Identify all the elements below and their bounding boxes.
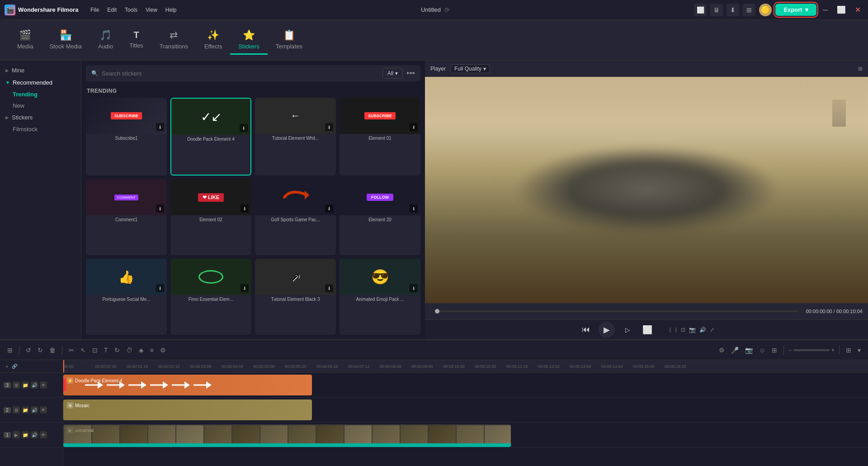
- sticker-comment1[interactable]: COMMENT ⬇ Comment1: [86, 179, 167, 255]
- track-3-icon-1[interactable]: ⊞: [13, 381, 20, 389]
- sticker-subscribe1[interactable]: SUBSCRIBE ⬇ Subscribe1: [86, 98, 167, 176]
- crop-icon[interactable]: ⊡: [681, 327, 685, 333]
- snapshot-icon[interactable]: 📷: [689, 327, 696, 333]
- sticker-fimo[interactable]: ⬇ Fimo Essential Elem...: [170, 259, 251, 335]
- sticker-tutorial-whit[interactable]: ← ⬇ Tutorial Element Whit...: [255, 98, 336, 176]
- timeline-audio-button[interactable]: ≡: [148, 345, 156, 356]
- volume-icon[interactable]: 🔊: [699, 327, 706, 333]
- download-subscribe1-icon[interactable]: ⬇: [156, 123, 164, 131]
- track-2-eye[interactable]: 👁: [40, 406, 47, 414]
- timeline-undo-button[interactable]: ↺: [24, 345, 33, 356]
- sticker-element02[interactable]: ❤ LIKE ⬇ Element 02: [170, 179, 251, 255]
- tab-audio[interactable]: 🎵 Audio: [90, 26, 121, 55]
- timeline-text-button[interactable]: T: [102, 345, 110, 356]
- timeline-face-button[interactable]: ☺: [757, 345, 767, 356]
- add-track-button[interactable]: +: [4, 362, 10, 371]
- sidebar-item-mine[interactable]: ▶ Mine: [0, 64, 81, 76]
- quality-select[interactable]: Full Quality ▾: [450, 64, 490, 73]
- timeline-speed-button[interactable]: ⏱: [124, 345, 134, 356]
- playhead[interactable]: [63, 360, 64, 372]
- download-comment-icon[interactable]: ⬇: [156, 204, 164, 213]
- timeline-select-button[interactable]: ↖: [79, 345, 88, 356]
- restore-button[interactable]: ⬜: [834, 5, 849, 14]
- track-1-eye[interactable]: 👁: [40, 431, 47, 438]
- layout-icon[interactable]: ⊞: [858, 66, 863, 72]
- sticker-doodle-pack-4[interactable]: ✓↙ ⬇ Doodle Pack Element 4: [170, 98, 251, 176]
- download-golf-icon[interactable]: ⬇: [325, 204, 333, 213]
- timeline-cam-button[interactable]: 📷: [743, 345, 755, 356]
- download-doodle-icon[interactable]: ⬇: [240, 124, 248, 132]
- out-point-icon[interactable]: ⟩: [675, 327, 677, 333]
- next-play-button[interactable]: ▷: [620, 323, 635, 337]
- sticker-portuguese[interactable]: 👍 ⬇ Portuguese Social Me...: [86, 259, 167, 335]
- track-2-icon-3[interactable]: 🔊: [31, 406, 38, 414]
- track-1-icon-2[interactable]: 📁: [22, 431, 29, 438]
- sidebar-item-stickers[interactable]: ▶ Stickers: [0, 111, 81, 124]
- clip-mosaic[interactable]: ⊞ Mosaic: [63, 399, 312, 420]
- stop-button[interactable]: ⬜: [640, 323, 655, 337]
- more-options-button[interactable]: •••: [406, 69, 415, 78]
- snap-icon[interactable]: 🔗: [12, 364, 17, 369]
- sidebar-item-filmstock[interactable]: Filmstock: [0, 124, 81, 135]
- download-tutblack-icon[interactable]: ⬇: [325, 284, 333, 292]
- playhead-dot[interactable]: [435, 309, 439, 314]
- sidebar-item-new[interactable]: New: [0, 100, 81, 111]
- clip-doodle-pack[interactable]: ⭐ Doodle Pack Element 4: [63, 375, 312, 395]
- search-input[interactable]: [102, 70, 379, 77]
- topbar-icon-1[interactable]: ⬜: [694, 4, 707, 16]
- timeline-crop-button[interactable]: ⊡: [90, 345, 99, 356]
- sticker-element20[interactable]: FOLLOW ⬇ Element 20: [340, 179, 420, 255]
- menu-file[interactable]: File: [90, 7, 99, 13]
- prev-frame-button[interactable]: ⏮: [579, 323, 593, 337]
- timeline-color-button[interactable]: ◈: [137, 345, 146, 356]
- timeline-delete-button[interactable]: 🗑: [47, 345, 57, 356]
- track-1-icon-1[interactable]: ▶: [13, 431, 20, 438]
- menu-tools[interactable]: Tools: [125, 7, 137, 13]
- download-element01-icon[interactable]: ⬇: [410, 123, 418, 131]
- tab-stock-media[interactable]: 🏪 Stock Media: [41, 26, 90, 55]
- track-3-icon-3[interactable]: 🔊: [31, 381, 38, 389]
- download-portuguese-icon[interactable]: ⬇: [156, 284, 164, 292]
- tab-templates[interactable]: 📋 Templates: [268, 26, 311, 55]
- timeline-ai-button[interactable]: ⚙: [158, 345, 168, 356]
- minimize-button[interactable]: ─: [820, 6, 830, 14]
- tab-media[interactable]: 🎬 Media: [9, 26, 41, 55]
- export-button[interactable]: Export ▾: [775, 4, 816, 16]
- topbar-icon-3[interactable]: ⬇: [726, 4, 739, 16]
- track-3-eye[interactable]: 👁: [40, 381, 47, 389]
- sidebar-item-recommended[interactable]: ▼ Recommended: [0, 76, 81, 89]
- menu-edit[interactable]: Edit: [107, 7, 117, 13]
- sticker-element01[interactable]: SUBSCRIBE ⬇ Element 01: [340, 98, 420, 176]
- download-element20-icon[interactable]: ⬇: [410, 204, 418, 213]
- close-button[interactable]: ✕: [852, 5, 863, 14]
- timeline-more-button[interactable]: ▾: [856, 345, 863, 356]
- fullscreen-icon[interactable]: ⤢: [710, 327, 714, 333]
- timeline-rotate-button[interactable]: ↻: [113, 345, 122, 356]
- zoom-out-icon[interactable]: −: [788, 347, 792, 353]
- sticker-emoji[interactable]: 😎 ⬇ Animated Emoji Pack ...: [340, 259, 420, 335]
- in-point-icon[interactable]: ⟨: [669, 327, 671, 333]
- zoom-slider[interactable]: [793, 349, 830, 351]
- topbar-icon-2[interactable]: 🖥: [710, 4, 723, 16]
- play-pause-button[interactable]: ▶: [599, 322, 615, 338]
- track-1-icon-3[interactable]: 🔊: [31, 431, 38, 438]
- download-emoji-icon[interactable]: ⬇: [410, 284, 418, 292]
- sticker-golf[interactable]: ⬇ Golf Sports Game Pac...: [255, 179, 336, 255]
- tab-stickers[interactable]: ⭐ Stickers: [230, 26, 267, 55]
- track-2-icon-1[interactable]: ⊞: [13, 406, 20, 414]
- tab-transitions[interactable]: ⇄ Transitions: [151, 26, 196, 55]
- progress-bar[interactable]: [435, 310, 798, 312]
- download-element02-icon[interactable]: ⬇: [241, 204, 249, 213]
- timeline-grid-button[interactable]: ⊞: [844, 345, 853, 356]
- timeline-add-track-button[interactable]: ⊞: [5, 345, 14, 356]
- sticker-tutblack[interactable]: ↗ ⬇ Tutorial Element Black 3: [255, 259, 336, 335]
- timeline-redo-button[interactable]: ↻: [36, 345, 45, 356]
- menu-view[interactable]: View: [146, 7, 157, 13]
- track-2-icon-2[interactable]: 📁: [22, 406, 29, 414]
- timeline-mic-button[interactable]: 🎤: [729, 345, 741, 356]
- topbar-icon-5[interactable]: 🟡: [759, 4, 772, 16]
- tab-titles[interactable]: T Titles: [121, 26, 151, 54]
- download-tutorial-icon[interactable]: ⬇: [325, 123, 333, 131]
- download-fimo-icon[interactable]: ⬇: [241, 284, 249, 292]
- tab-effects[interactable]: ✨ Effects: [196, 26, 231, 55]
